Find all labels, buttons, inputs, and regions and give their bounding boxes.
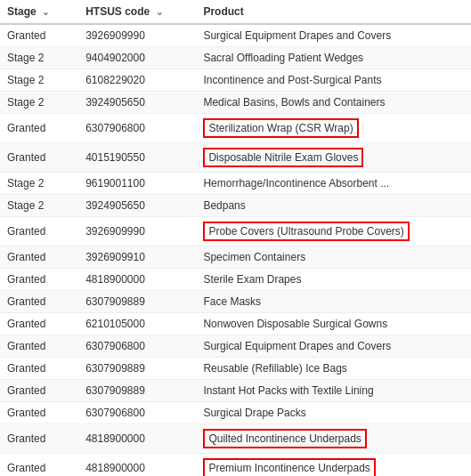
cell-product: Probe Covers (Ultrasound Probe Covers) [196, 217, 471, 246]
cell-htsus: 6108229020 [78, 69, 196, 92]
cell-stage: Stage 2 [0, 92, 78, 114]
highlighted-product: Probe Covers (Ultrasound Probe Covers) [203, 222, 409, 241]
cell-htsus: 3924905650 [78, 195, 196, 217]
cell-product: Surgical Drape Packs [196, 402, 471, 424]
cell-htsus: 9404902000 [78, 47, 196, 69]
highlighted-product: Premium Incontinence Underpads [203, 458, 375, 476]
cell-htsus: 3926909990 [78, 24, 196, 47]
table-row: Granted4015190550Disposable Nitrile Exam… [0, 143, 471, 173]
cell-stage: Granted [0, 143, 78, 173]
cell-product: Sterilization Wrap (CSR Wrap) [196, 114, 471, 143]
table-row: Stage 29619001100Hemorrhage/Incontinence… [0, 173, 471, 195]
cell-product: Face Masks [196, 291, 471, 313]
cell-stage: Granted [0, 217, 78, 246]
sort-icon-htsus: ⌄ [156, 7, 163, 17]
cell-htsus: 6307906800 [78, 335, 196, 358]
cell-product: Premium Incontinence Underpads [196, 454, 471, 477]
cell-stage: Granted [0, 24, 78, 47]
highlighted-product: Sterilization Wrap (CSR Wrap) [203, 118, 358, 138]
cell-htsus: 4818900000 [78, 424, 196, 454]
cell-stage: Granted [0, 424, 78, 454]
cell-product: Surgical Equipment Drapes and Covers [196, 335, 471, 358]
cell-product: Instant Hot Packs with Textile Lining [196, 380, 471, 402]
cell-stage: Granted [0, 454, 78, 477]
data-table: Stage ⌄ HTSUS code ⌄ Product Granted3926… [0, 0, 471, 476]
cell-htsus: 6307909889 [78, 380, 196, 402]
cell-htsus: 6307906800 [78, 402, 196, 424]
cell-product: Surgical Equipment Drapes and Covers [196, 24, 471, 47]
cell-product: Sacral Offloading Patient Wedges [196, 47, 471, 69]
cell-product: Nonwoven Disposable Surgical Gowns [196, 313, 471, 335]
column-header-product[interactable]: Product [196, 0, 471, 24]
cell-htsus: 6307909889 [78, 291, 196, 313]
cell-product: Disposable Nitrile Exam Gloves [196, 143, 471, 173]
cell-stage: Stage 2 [0, 47, 78, 69]
cell-htsus: 9619001100 [78, 173, 196, 195]
cell-stage: Stage 2 [0, 69, 78, 92]
highlighted-product: Disposable Nitrile Exam Gloves [203, 148, 363, 167]
table-row: Granted3926909990Probe Covers (Ultrasoun… [0, 217, 471, 246]
cell-product: Hemorrhage/Incontinence Absorbent ... [196, 173, 471, 195]
cell-stage: Stage 2 [0, 173, 78, 195]
table-row: Stage 23924905650Medical Basins, Bowls a… [0, 92, 471, 114]
table-row: Granted6307906800Sterilization Wrap (CSR… [0, 114, 471, 143]
cell-product: Incontinence and Post-Surgical Pants [196, 69, 471, 92]
table-row: Granted6307909889Reusable (Refillable) I… [0, 358, 471, 380]
cell-stage: Granted [0, 358, 78, 380]
cell-htsus: 3926909990 [78, 217, 196, 246]
cell-product: Quilted Incontinence Underpads [196, 424, 471, 454]
cell-product: Bedpans [196, 195, 471, 217]
sort-icon-stage: ⌄ [42, 7, 49, 17]
table-row: Granted6307909889Instant Hot Packs with … [0, 380, 471, 402]
table-row: Stage 26108229020Incontinence and Post-S… [0, 69, 471, 92]
table-row: Stage 23924905650Bedpans [0, 195, 471, 217]
cell-htsus: 6210105000 [78, 313, 196, 335]
table-row: Granted4818900000Premium Incontinence Un… [0, 454, 471, 477]
cell-product: Medical Basins, Bowls and Containers [196, 92, 471, 114]
cell-stage: Granted [0, 114, 78, 143]
cell-htsus: 3924905650 [78, 92, 196, 114]
highlighted-product: Quilted Incontinence Underpads [203, 429, 366, 448]
cell-htsus: 4818900000 [78, 269, 196, 291]
cell-product: Sterile Exam Drapes [196, 269, 471, 291]
table-row: Granted3926909990Surgical Equipment Drap… [0, 24, 471, 47]
cell-stage: Granted [0, 402, 78, 424]
cell-htsus: 4015190550 [78, 143, 196, 173]
cell-stage: Granted [0, 269, 78, 291]
cell-stage: Granted [0, 291, 78, 313]
cell-stage: Stage 2 [0, 195, 78, 217]
cell-product: Reusable (Refillable) Ice Bags [196, 358, 471, 380]
cell-stage: Granted [0, 380, 78, 402]
cell-product: Specimen Containers [196, 246, 471, 269]
column-header-stage[interactable]: Stage ⌄ [0, 0, 78, 24]
cell-htsus: 6307906800 [78, 114, 196, 143]
cell-htsus: 3926909910 [78, 246, 196, 269]
table-row: Granted4818900000Quilted Incontinence Un… [0, 424, 471, 454]
table-row: Granted6210105000Nonwoven Disposable Sur… [0, 313, 471, 335]
table-row: Granted6307906800Surgical Drape Packs [0, 402, 471, 424]
cell-htsus: 4818900000 [78, 454, 196, 477]
cell-stage: Granted [0, 335, 78, 358]
table-row: Stage 29404902000Sacral Offloading Patie… [0, 47, 471, 69]
cell-stage: Granted [0, 246, 78, 269]
cell-htsus: 6307909889 [78, 358, 196, 380]
table-row: Granted6307909889Face Masks [0, 291, 471, 313]
column-header-htsus[interactable]: HTSUS code ⌄ [78, 0, 196, 24]
cell-stage: Granted [0, 313, 78, 335]
table-row: Granted6307906800Surgical Equipment Drap… [0, 335, 471, 358]
table-row: Granted3926909910Specimen Containers [0, 246, 471, 269]
table-row: Granted4818900000Sterile Exam Drapes [0, 269, 471, 291]
table-header-row: Stage ⌄ HTSUS code ⌄ Product [0, 0, 471, 24]
